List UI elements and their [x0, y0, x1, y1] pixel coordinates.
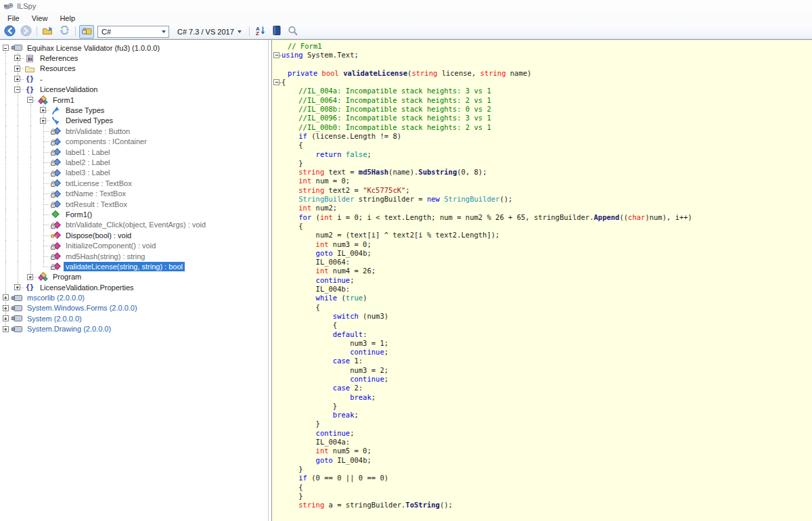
code-line: int num5 = 0; — [281, 447, 812, 455]
tree-item-form1[interactable]: Form1 — [0, 95, 268, 105]
toolbar-separator — [37, 26, 37, 37]
tree-item-label1-label[interactable]: label1 : Label — [0, 147, 268, 157]
expand-icon[interactable] — [3, 305, 9, 311]
tree-item-txtlicense-textbox[interactable]: txtLicense : TextBox — [0, 178, 268, 188]
menu-file[interactable]: File — [1, 13, 26, 24]
tree-item-label: Program — [51, 272, 83, 281]
tree-indent — [0, 53, 11, 63]
tree-item-dispose-bool-void[interactable]: Dispose(bool) : void — [0, 230, 268, 240]
code-line: } — [281, 402, 812, 411]
expand-icon[interactable] — [40, 118, 46, 124]
assembly-lists-button[interactable] — [269, 25, 284, 39]
tree-item-label3-label[interactable]: label3 : Label — [0, 168, 268, 178]
tree-indent — [0, 95, 11, 105]
expand-icon[interactable] — [27, 274, 33, 280]
tree-item-mscorlib-2-0-0-0[interactable]: mscorlib (2.0.0.0) — [0, 292, 268, 302]
tree-indent — [11, 209, 24, 219]
tree-item-equihax-license-validator-fu3-1-[interactable]: Equihax License Validator (fu3) (1.0.0.0… — [0, 43, 268, 53]
tree-item-label: btnValidate_Click(object, EventArgs) : v… — [64, 220, 208, 229]
expand-icon[interactable] — [3, 294, 9, 300]
tree-item-txtresult-textbox[interactable]: txtResult : TextBox — [0, 199, 268, 209]
tree-indent — [0, 64, 11, 74]
search-icon — [287, 25, 298, 38]
code-line — [281, 60, 812, 69]
tree-indent — [11, 230, 24, 240]
tree-item-initializecomponent-void[interactable]: InitializeComponent() : void — [0, 240, 268, 250]
tree-item-txtname-textbox[interactable]: txtName : TextBox — [0, 188, 268, 198]
back-button[interactable] — [2, 25, 17, 39]
derived-types-icon — [49, 116, 62, 125]
tree-item-system-drawing-2-0-0-0[interactable]: System.Drawing (2.0.0.0) — [0, 324, 268, 334]
method-private-icon — [49, 262, 62, 271]
tree-item-label2-label[interactable]: label2 : Label — [0, 157, 268, 167]
tree-item-label: - — [38, 74, 45, 84]
expand-icon[interactable] — [14, 55, 20, 61]
collapse-icon[interactable] — [27, 97, 33, 103]
namespace-icon: {} — [24, 284, 36, 291]
search-button[interactable] — [286, 25, 300, 39]
sort-assemblies-button[interactable]: AZ — [253, 25, 268, 39]
tree-item-validatelicense-string-string-bo[interactable]: validateLicense(string, string) : bool — [0, 261, 268, 271]
expand-icon[interactable] — [40, 107, 46, 113]
tree-item-btnvalidate-button[interactable]: btnValidate : Button — [0, 126, 268, 136]
tree-item-label: txtResult : TextBox — [64, 200, 129, 209]
tree-item-components-icontainer[interactable]: components : IContainer — [0, 137, 268, 147]
tree-item-system-windows-forms-2-0-0-0[interactable]: System.Windows.Forms (2.0.0.0) — [0, 303, 268, 313]
tree-item-item[interactable]: {}- — [0, 74, 268, 84]
open-from-gac-toggle[interactable] — [79, 25, 94, 39]
expand-icon[interactable] — [3, 326, 9, 332]
tree-item-label: label3 : Label — [64, 168, 112, 177]
tree-item-resources[interactable]: Resources — [0, 64, 268, 74]
method-private-icon — [49, 242, 62, 250]
tree-connector — [0, 313, 11, 323]
forward-button[interactable] — [18, 25, 33, 39]
collapse-icon[interactable] — [3, 45, 9, 51]
expand-icon[interactable] — [3, 315, 9, 321]
fold-collapse-icon[interactable] — [273, 52, 279, 58]
tree-item-program[interactable]: Program — [0, 272, 268, 282]
assembly-icon — [11, 314, 23, 323]
collapse-icon[interactable] — [14, 87, 20, 93]
expand-icon[interactable] — [14, 76, 20, 82]
tree-item-derived-types[interactable]: Derived Types — [0, 116, 268, 126]
assembly-tree[interactable]: Equihax License Validator (fu3) (1.0.0.0… — [0, 40, 269, 521]
tree-item-licensevalidation[interactable]: {}LicenseValidation — [0, 85, 268, 95]
reload-button[interactable] — [57, 25, 72, 39]
tree-indent — [0, 85, 11, 95]
tree-indent — [11, 157, 24, 167]
code-line: continue; — [281, 276, 812, 285]
tree-indent — [0, 137, 11, 147]
fold-collapse-icon[interactable] — [273, 79, 279, 85]
tree-indent — [11, 272, 24, 282]
code-line: case 2: — [281, 384, 812, 392]
expand-icon[interactable] — [14, 284, 20, 290]
tree-indent — [0, 105, 11, 115]
tree-indent — [11, 105, 24, 115]
version-select-value: C# 7.3 / VS 2017 — [177, 28, 234, 36]
menu-view[interactable]: View — [26, 13, 54, 24]
tree-item-label: LicenseValidation.Properties — [38, 283, 136, 292]
code-line: switch (num3) — [281, 312, 812, 321]
tree-item-btnvalidate-click-object-eventar[interactable]: btnValidate_Click(object, EventArgs) : v… — [0, 220, 268, 230]
code-line: goto IL_004b; — [281, 249, 812, 258]
language-select[interactable]: C# — [97, 26, 169, 38]
tree-item-references[interactable]: References — [0, 53, 268, 63]
tree-item-licensevalidation-properties[interactable]: {}LicenseValidation.Properties — [0, 282, 268, 292]
menu-help[interactable]: Help — [53, 13, 81, 24]
code-line: continue; — [281, 348, 812, 357]
expand-icon[interactable] — [14, 66, 20, 72]
tree-item-base-types[interactable]: Base Types — [0, 105, 268, 115]
tree-indent — [0, 116, 11, 126]
tree-indent — [0, 147, 11, 157]
version-select[interactable]: C# 7.3 / VS 2017 — [173, 26, 246, 38]
tree-indent — [24, 261, 37, 271]
open-file-button[interactable] — [41, 25, 55, 39]
code-line: return false; — [281, 150, 812, 159]
tree-connector — [37, 251, 49, 261]
code-view[interactable]: // Form1using System.Text;private bool v… — [271, 40, 812, 521]
code-line: } — [281, 420, 812, 428]
tree-item-form1[interactable]: Form1() — [0, 209, 268, 219]
tree-indent — [0, 240, 11, 250]
tree-item-md5hash-string-string[interactable]: md5Hash(string) : string — [0, 251, 268, 261]
tree-item-system-2-0-0-0[interactable]: System (2.0.0.0) — [0, 313, 268, 323]
